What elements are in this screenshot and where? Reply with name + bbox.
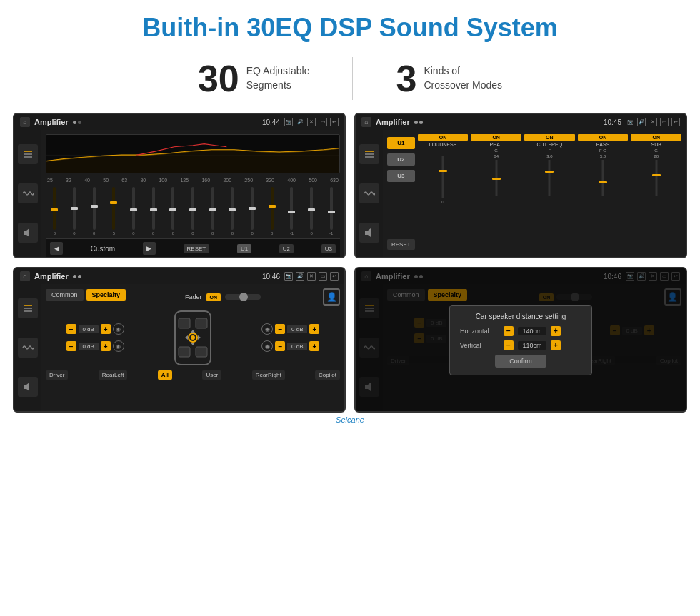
u1-crossover-btn[interactable]: U1 bbox=[387, 137, 415, 149]
window-icon-3[interactable]: ▭ bbox=[319, 272, 327, 281]
user-btn[interactable]: User bbox=[202, 370, 221, 380]
svg-marker-3 bbox=[24, 228, 29, 237]
home-icon[interactable]: ⌂ bbox=[20, 117, 30, 127]
prev-btn[interactable]: ◀ bbox=[50, 242, 63, 255]
close-icon[interactable]: ✕ bbox=[307, 118, 316, 126]
slider-6[interactable]: 0 bbox=[144, 187, 162, 236]
db-control-rr: ◉ − 0 dB + bbox=[261, 340, 319, 352]
vertical-minus[interactable]: − bbox=[504, 340, 514, 350]
screen-2-body: U1 U2 U3 RESET ON LOUDNESS bbox=[356, 130, 686, 257]
slider-14[interactable]: 0 bbox=[303, 187, 321, 236]
back-icon-2[interactable]: ↩ bbox=[671, 118, 680, 126]
all-btn[interactable]: All bbox=[158, 370, 172, 380]
dot-2-1 bbox=[414, 121, 418, 124]
u2-btn[interactable]: U2 bbox=[279, 244, 294, 253]
db-control-fl: − 0 dB + ◉ bbox=[66, 323, 124, 335]
eq-btn-2[interactable] bbox=[359, 144, 379, 164]
volume-btn-2[interactable] bbox=[359, 223, 379, 243]
db-rr-minus[interactable]: − bbox=[275, 341, 285, 351]
slider-4[interactable]: 5 bbox=[105, 187, 123, 236]
slider-2[interactable]: 0 bbox=[66, 187, 84, 236]
slider-13[interactable]: -1 bbox=[283, 187, 301, 236]
cutfreq-on-btn[interactable]: ON bbox=[524, 134, 575, 141]
slider-7[interactable]: 0 bbox=[164, 187, 182, 236]
home-icon-2[interactable]: ⌂ bbox=[361, 117, 371, 127]
screen-1: ⌂ Amplifier 10:44 📷 🔊 ✕ ▭ ↩ bbox=[13, 113, 346, 258]
eq-btn-3[interactable] bbox=[18, 298, 38, 318]
freq-400: 400 bbox=[287, 178, 296, 183]
back-icon-3[interactable]: ↩ bbox=[330, 272, 339, 281]
rearleft-btn[interactable]: RearLeft bbox=[99, 370, 128, 380]
vertical-plus[interactable]: + bbox=[551, 340, 561, 350]
slider-11[interactable]: 0 bbox=[244, 187, 261, 236]
topbar-icons-1: 📷 🔊 ✕ ▭ ↩ bbox=[284, 118, 339, 126]
sub-label: SUB bbox=[651, 142, 661, 147]
slider-15[interactable]: -1 bbox=[322, 187, 340, 236]
slider-9[interactable]: 0 bbox=[204, 187, 221, 236]
bass-on-btn[interactable]: ON bbox=[578, 134, 629, 141]
u2-crossover-btn[interactable]: U2 bbox=[387, 153, 415, 166]
driver-btn[interactable]: Driver bbox=[46, 370, 68, 380]
eq-freq-labels: 25 32 40 50 63 80 100 125 160 200 250 32… bbox=[46, 178, 340, 183]
close-icon-3[interactable]: ✕ bbox=[307, 272, 316, 281]
stat-crossover-number: 3 bbox=[396, 57, 416, 100]
freq-50: 50 bbox=[103, 178, 109, 183]
rearright-btn[interactable]: RearRight bbox=[252, 370, 285, 380]
loudness-on-btn[interactable]: ON bbox=[418, 134, 469, 141]
wave-btn-2[interactable] bbox=[359, 183, 379, 203]
wave-btn-3[interactable] bbox=[18, 338, 38, 358]
u3-crossover-btn[interactable]: U3 bbox=[387, 170, 415, 182]
wave-btn[interactable] bbox=[18, 183, 38, 203]
dialog-overlay: Car speaker distance setting Horizontal … bbox=[356, 268, 686, 411]
play-btn[interactable]: ▶ bbox=[143, 242, 156, 255]
db-fl-minus[interactable]: − bbox=[66, 324, 76, 334]
slider-12[interactable]: 0 bbox=[263, 187, 281, 236]
fader-on-btn[interactable]: ON bbox=[206, 293, 221, 301]
slider-1[interactable]: 0 bbox=[46, 187, 64, 236]
screen-2-main: U1 U2 U3 RESET ON LOUDNESS bbox=[383, 130, 686, 257]
slider-8[interactable]: 0 bbox=[184, 187, 202, 236]
reset-btn[interactable]: RESET bbox=[184, 244, 210, 253]
phat-on-btn[interactable]: ON bbox=[471, 134, 521, 141]
db-rr-plus[interactable]: + bbox=[309, 341, 319, 351]
horizontal-minus[interactable]: − bbox=[504, 326, 514, 336]
screen-3-main: Common Specialty Fader ON 👤 bbox=[41, 284, 344, 411]
svg-point-30 bbox=[191, 335, 195, 340]
tab-common-3[interactable]: Common bbox=[46, 289, 84, 301]
back-icon[interactable]: ↩ bbox=[330, 118, 339, 126]
volume-btn-3[interactable] bbox=[18, 377, 38, 397]
copilot-btn[interactable]: Copilot bbox=[315, 370, 340, 380]
volume-down-btn[interactable] bbox=[18, 223, 38, 243]
db-fr-minus[interactable]: − bbox=[275, 324, 285, 334]
tab-specialty-3[interactable]: Specialty bbox=[86, 289, 126, 301]
db-fr-plus[interactable]: + bbox=[309, 324, 319, 334]
close-icon-2[interactable]: ✕ bbox=[649, 118, 657, 126]
slider-3[interactable]: 0 bbox=[85, 187, 103, 236]
svg-marker-34 bbox=[198, 335, 201, 340]
eq-chart bbox=[46, 134, 340, 173]
window-icon[interactable]: ▭ bbox=[319, 118, 327, 126]
sub-on-btn[interactable]: ON bbox=[631, 134, 681, 141]
db-fl-plus[interactable]: + bbox=[101, 324, 111, 334]
horizontal-plus[interactable]: + bbox=[551, 326, 561, 336]
home-icon-3[interactable]: ⌂ bbox=[20, 271, 30, 281]
confirm-button[interactable]: Confirm bbox=[495, 355, 546, 368]
db-rl-minus[interactable]: − bbox=[66, 341, 76, 351]
svg-rect-19 bbox=[652, 174, 661, 176]
fader-slider[interactable] bbox=[225, 294, 261, 300]
u1-btn[interactable]: U1 bbox=[237, 244, 251, 253]
eq-btn[interactable] bbox=[18, 144, 38, 164]
volume-icon-2: 🔊 bbox=[637, 118, 646, 126]
freq-160: 160 bbox=[201, 178, 210, 183]
crossover-reset-btn[interactable]: RESET bbox=[387, 239, 415, 250]
vertical-label: Vertical bbox=[460, 342, 499, 349]
window-icon-2[interactable]: ▭ bbox=[660, 118, 669, 126]
db-rl-plus[interactable]: + bbox=[101, 341, 111, 351]
u3-btn[interactable]: U3 bbox=[321, 244, 336, 253]
freq-500: 500 bbox=[309, 178, 317, 183]
slider-10[interactable]: 0 bbox=[224, 187, 241, 236]
slider-5[interactable]: 0 bbox=[125, 187, 143, 236]
dialog-title: Car speaker distance setting bbox=[460, 313, 581, 320]
cutfreq-label: CUT FREQ bbox=[537, 142, 563, 147]
person-icon: 👤 bbox=[323, 288, 340, 306]
